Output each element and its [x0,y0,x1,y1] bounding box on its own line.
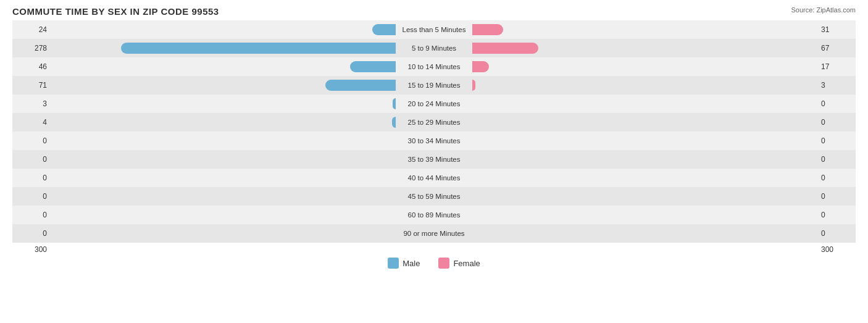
female-value: 0 [819,192,856,201]
table-row: 24 Less than 5 Minutes 31 [12,20,856,39]
female-value: 0 [819,136,856,145]
female-bar [472,61,489,72]
female-value: 0 [819,99,856,108]
female-value: 3 [819,81,856,90]
male-bar [372,24,396,35]
bar-group: 35 to 39 Minutes [49,153,819,166]
bar-group: 25 to 29 Minutes [49,115,819,129]
bar-group: 60 to 89 Minutes [49,208,819,222]
female-legend-box [438,258,449,269]
table-row: 0 60 to 89 Minutes 0 [12,206,856,224]
chart-area: 24 Less than 5 Minutes 31 278 5 to 9 Min… [12,20,856,243]
male-value: 0 [12,192,49,201]
female-bar [472,43,538,54]
female-value: 67 [819,44,856,52]
legend: Male Female [12,258,856,269]
row-label: 40 to 44 Minutes [407,174,460,182]
axis-row: 300 300 [12,245,856,254]
male-legend-box [388,258,399,269]
male-value: 278 [12,44,49,52]
bar-group: 45 to 59 Minutes [49,190,819,203]
row-label: 15 to 19 Minutes [407,82,460,89]
male-value: 46 [12,62,49,71]
female-value: 31 [819,25,856,34]
male-value: 0 [12,229,49,238]
male-value: 3 [12,99,49,108]
source-label: Source: ZipAtlas.com [791,6,856,14]
bar-group: 5 to 9 Minutes [49,41,819,55]
row-label: 25 to 29 Minutes [407,119,460,126]
chart-container: COMMUTE TIME BY SEX IN ZIP CODE 99553 So… [0,0,868,323]
row-label: Less than 5 Minutes [403,26,466,33]
table-row: 3 20 to 24 Minutes 0 [12,94,856,113]
female-value: 0 [819,118,856,127]
bar-group: 30 to 34 Minutes [49,134,819,148]
male-value: 0 [12,174,49,182]
row-label: 20 to 24 Minutes [407,100,460,107]
row-label: 60 to 89 Minutes [407,211,460,219]
row-label: 30 to 34 Minutes [407,137,460,145]
bar-group: 40 to 44 Minutes [49,171,819,185]
male-legend-label: Male [403,259,420,268]
axis-left: 300 [12,245,49,254]
female-bar [472,24,503,35]
male-bar [325,80,396,91]
row-label: 10 to 14 Minutes [407,63,460,70]
female-value: 0 [819,229,856,238]
female-bar [472,80,475,91]
table-row: 0 45 to 59 Minutes 0 [12,187,856,206]
male-value: 4 [12,118,49,127]
table-row: 0 90 or more Minutes 0 [12,224,856,243]
table-row: 4 25 to 29 Minutes 0 [12,113,856,132]
male-value: 0 [12,136,49,145]
row-label: 35 to 39 Minutes [407,156,460,163]
female-value: 0 [819,174,856,182]
table-row: 46 10 to 14 Minutes 17 [12,57,856,76]
legend-male: Male [388,258,420,269]
table-row: 71 15 to 19 Minutes 3 [12,76,856,94]
row-label: 90 or more Minutes [403,230,464,237]
male-bar [350,61,396,72]
legend-female: Female [438,258,480,269]
male-bar [392,117,396,128]
female-legend-label: Female [453,259,480,268]
axis-right: 300 [819,245,856,254]
table-row: 0 35 to 39 Minutes 0 [12,150,856,169]
male-value: 71 [12,81,49,90]
male-value: 24 [12,25,49,34]
bar-group: 10 to 14 Minutes [49,60,819,73]
female-value: 0 [819,155,856,164]
row-label: 5 to 9 Minutes [412,44,456,52]
female-value: 17 [819,62,856,71]
row-label: 45 to 59 Minutes [407,193,460,200]
bar-group: 90 or more Minutes [49,227,819,240]
bar-group: 15 to 19 Minutes [49,78,819,92]
male-value: 0 [12,211,49,219]
male-bar [121,43,396,54]
chart-title: COMMUTE TIME BY SEX IN ZIP CODE 99553 [12,6,856,17]
table-row: 0 30 to 34 Minutes 0 [12,132,856,150]
male-value: 0 [12,155,49,164]
table-row: 0 40 to 44 Minutes 0 [12,169,856,187]
bar-group: Less than 5 Minutes [49,23,819,36]
male-bar [393,98,396,109]
table-row: 278 5 to 9 Minutes 67 [12,39,856,57]
bar-group: 20 to 24 Minutes [49,97,819,111]
female-value: 0 [819,211,856,219]
